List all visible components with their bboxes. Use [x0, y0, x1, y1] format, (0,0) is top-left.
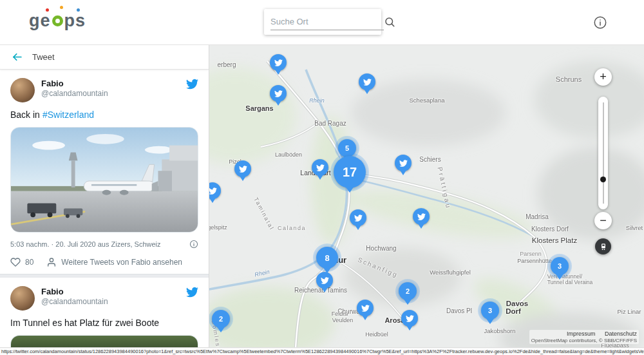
- tweet-text: Im Tunnel es hat Platz für zwei Boote: [10, 318, 198, 328]
- tweet-meta: 5:03 nachm. · 20. Juli 2020 aus Zizers, …: [10, 239, 198, 249]
- tweet-header: Fabio @calandamountain: [10, 78, 198, 102]
- map-label: Parsennhütte: [517, 258, 552, 264]
- more-tweets-link[interactable]: Weitere Tweets von Fabio ansehen: [46, 257, 182, 267]
- tweet-header: Fabio @calandamountain: [10, 286, 198, 311]
- tweet-pin-marker[interactable]: [401, 310, 418, 327]
- cluster-marker[interactable]: 3: [481, 302, 499, 320]
- cluster-count: 3: [488, 307, 492, 314]
- train-icon: [599, 242, 608, 251]
- cluster-count: 2: [219, 315, 223, 323]
- map-label: Feldis/: [332, 311, 349, 317]
- tweet-info-icon[interactable]: [189, 239, 198, 249]
- twitter-icon[interactable]: [186, 78, 198, 90]
- tweet-text: Back in#Switzerland: [10, 110, 198, 120]
- twitter-bird-icon: [361, 304, 370, 312]
- map-label: Madrisa: [526, 213, 549, 220]
- tweet-pin-marker[interactable]: [234, 160, 251, 177]
- map-label: Tunnel dal Veraina: [547, 279, 593, 285]
- search-icon[interactable]: [384, 15, 395, 29]
- map-label: Piz Linar: [618, 308, 641, 315]
- zoom-slider-handle[interactable]: [600, 177, 606, 182]
- map-label: Weissfluhgipfel: [430, 269, 471, 276]
- zoom-slider[interactable]: [598, 97, 608, 209]
- info-icon[interactable]: [592, 15, 608, 30]
- map-label: Veulden: [332, 317, 354, 323]
- author-name: Fabio: [41, 287, 186, 297]
- avatar[interactable]: [10, 78, 35, 102]
- tweet-list: Fabio @calandamountain Back in#Switzerla…: [0, 70, 209, 347]
- map-label: Parsenn: [520, 251, 542, 257]
- cluster-count: 8: [325, 253, 329, 263]
- twitter-icon[interactable]: [186, 286, 198, 298]
- heart-icon: [10, 257, 21, 267]
- map-label: Jakobshorn: [484, 327, 515, 334]
- tweet-timestamp: 5:03 nachm. · 20. Juli 2020 aus Zizers, …: [10, 240, 161, 248]
- map-label: Laulböden: [275, 151, 302, 158]
- map-label: ngelspitz: [209, 224, 227, 231]
- hashtag-link[interactable]: #Switzerland: [43, 110, 94, 120]
- logo-text-left: ge: [29, 11, 51, 31]
- twitter-bird-icon: [274, 90, 283, 98]
- user-icon: [46, 257, 57, 267]
- tweet-pin-marker[interactable]: [316, 272, 333, 289]
- tweet-pin-marker[interactable]: [270, 85, 287, 102]
- author-block: Fabio @calandamountain: [41, 286, 186, 307]
- zoom-in-button[interactable]: +: [594, 68, 612, 86]
- browser-status-bar: https://twitter.com/calandamountain/stat…: [0, 347, 644, 355]
- logo-dot-blue: [77, 8, 80, 12]
- map-label: Davos: [506, 300, 529, 307]
- zoom-out-button[interactable]: −: [594, 212, 612, 229]
- app: ge ps: [0, 0, 644, 355]
- map-label: Dorf: [506, 307, 521, 315]
- cluster-count: 5: [345, 144, 349, 152]
- cluster-marker[interactable]: 8: [316, 247, 338, 269]
- tweet-photo[interactable]: [10, 335, 198, 347]
- datenschutz-link[interactable]: Datenschutz: [605, 331, 637, 337]
- tweet-panel: Tweet Fabio @calandamountain: [0, 45, 209, 347]
- twitter-bird-icon: [274, 59, 283, 67]
- cluster-marker[interactable]: 2: [212, 310, 230, 328]
- twitter-bird-icon: [406, 314, 414, 323]
- tweet-card-1: Fabio @calandamountain Back in#Switzerla…: [0, 70, 209, 274]
- tweet-pin-marker[interactable]: [312, 159, 328, 176]
- tweet-card-2: Fabio @calandamountain Im Tunnel es hat …: [0, 278, 209, 347]
- impressum-link[interactable]: Impressum: [567, 331, 596, 337]
- osm-attribution: OpenStreetMap contributors, © SBB/CFF/FF…: [531, 338, 637, 343]
- logo-dot-red: [46, 8, 49, 12]
- map-label: Klosters Dorf: [531, 225, 569, 233]
- map-label: Rhein: [309, 97, 325, 104]
- geops-logo[interactable]: ge ps: [29, 11, 86, 31]
- header: ge ps: [0, 0, 644, 45]
- train-layer-button[interactable]: [595, 238, 611, 254]
- twitter-bird-icon: [354, 214, 363, 222]
- cluster-marker[interactable]: 3: [551, 257, 569, 275]
- main: Tweet Fabio @calandamountain: [0, 45, 644, 347]
- cluster-count: 2: [406, 287, 410, 295]
- cluster-marker[interactable]: 5: [338, 139, 356, 157]
- map-label: Schiers: [419, 156, 440, 163]
- logo-o-ring: [52, 15, 63, 26]
- twitter-bird-icon: [399, 159, 408, 168]
- tweet-pin-marker[interactable]: [395, 155, 412, 171]
- like-count: 80: [25, 258, 33, 267]
- map-label: Bad Ragaz: [314, 120, 346, 127]
- twitter-bird-icon: [316, 164, 325, 172]
- tweet-pin-marker[interactable]: [270, 54, 287, 71]
- map-label: Schruns: [556, 75, 582, 83]
- panel-header: Tweet: [0, 45, 209, 70]
- map-label: Hochwang: [366, 245, 396, 252]
- avatar[interactable]: [10, 286, 35, 311]
- map-attribution: Impressum Datenschutz OpenStreetMap cont…: [529, 330, 639, 344]
- cluster-marker[interactable]: 2: [399, 282, 417, 300]
- twitter-bird-icon: [239, 165, 247, 173]
- cluster-marker[interactable]: 17: [334, 156, 366, 188]
- back-arrow-icon[interactable]: [10, 51, 23, 64]
- tweet-pin-marker[interactable]: [350, 209, 366, 226]
- map-canvas[interactable]: erbergSchrunsSchesaplanaSargansRheinBad …: [209, 45, 644, 347]
- tweet-pin-marker[interactable]: [359, 73, 375, 90]
- search-input[interactable]: [270, 14, 384, 30]
- tweet-pin-marker[interactable]: [357, 300, 374, 316]
- tweet-pin-marker[interactable]: [413, 208, 430, 225]
- tweet-photo[interactable]: [10, 127, 198, 233]
- like-button[interactable]: 80: [10, 257, 33, 267]
